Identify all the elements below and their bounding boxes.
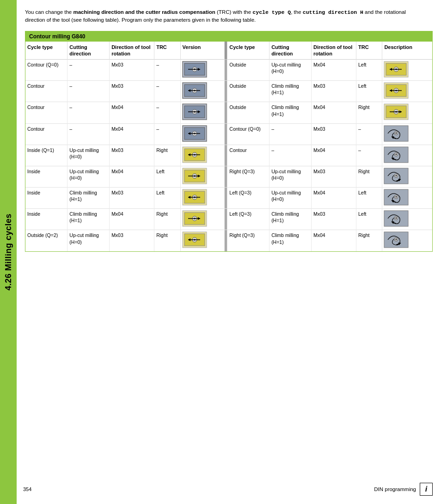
desc-diagram xyxy=(382,60,432,81)
col-header-trc-2: TRC xyxy=(356,42,382,60)
desc-diagram xyxy=(382,230,432,251)
col-header-tool-dir: Direction of tool rotation xyxy=(110,42,154,60)
table-row: Contour–Mx04–OutsideClimb milling (H=1)M… xyxy=(25,102,432,123)
table-row: Contour–Mx04–Contour (Q=0)–Mx03– xyxy=(25,123,432,145)
column-headers: Cycle type Cutting direction Direction o… xyxy=(25,42,432,60)
version-diagram xyxy=(180,102,225,123)
table-row: InsideUp-cut milling (H=0)Mx04LeftRight … xyxy=(25,166,432,187)
col-header-trc: TRC xyxy=(154,42,180,60)
version-diagram xyxy=(180,81,225,102)
table-row: Contour–Mx03–OutsideClimb milling (H=1)M… xyxy=(25,81,432,102)
desc-diagram xyxy=(382,145,432,166)
version-diagram xyxy=(180,166,225,187)
desc-diagram xyxy=(382,188,432,209)
col-header-version: Version xyxy=(180,42,225,60)
col-header-cycle-type-2: Cycle type xyxy=(227,42,270,60)
col-header-cutting-dir: Cutting direction xyxy=(67,42,110,60)
intro-paragraph: You can change the machining direction a… xyxy=(25,8,423,24)
svg-point-52 xyxy=(395,132,397,134)
table-row: Contour (Q=0)–Mx03–OutsideUp-cut milling… xyxy=(25,60,432,81)
svg-point-91 xyxy=(395,196,397,198)
col-header-tool-dir-2: Direction of tool rotation xyxy=(311,42,356,60)
table-row: InsideClimb milling (H=1)Mx04RightLeft (… xyxy=(25,209,432,230)
sidebar: 4.26 Milling cycles xyxy=(0,0,17,504)
desc-diagram xyxy=(382,209,432,230)
page-number: 354 xyxy=(23,486,31,492)
footer-right: DIN programming i xyxy=(374,483,433,496)
svg-point-104 xyxy=(395,217,397,219)
main-table: Contour milling G840 Cycle type Cutting … xyxy=(25,31,433,252)
footer-label: DIN programming xyxy=(374,486,416,492)
col-header-cycle-type: Cycle type xyxy=(25,42,67,60)
table-body: Contour (Q=0)–Mx03–OutsideUp-cut milling… xyxy=(25,60,432,251)
data-table: Cycle type Cutting direction Direction o… xyxy=(25,42,432,251)
svg-point-117 xyxy=(395,238,397,240)
version-diagram xyxy=(180,230,225,251)
info-icon: i xyxy=(420,483,433,496)
table-row: InsideClimb milling (H=1)Mx03LeftLeft (Q… xyxy=(25,188,432,209)
desc-diagram xyxy=(382,123,432,145)
col-header-description: Description xyxy=(382,42,432,60)
desc-diagram xyxy=(382,166,432,187)
col-header-cutting-dir-2: Cutting direction xyxy=(270,42,312,60)
table-row: Outside (Q=2)Up-cut milling (H=0)Mx03Rig… xyxy=(25,230,432,251)
version-diagram xyxy=(180,145,225,166)
desc-diagram xyxy=(382,81,432,102)
version-diagram xyxy=(180,123,225,145)
main-content: You can change the machining direction a… xyxy=(17,0,441,265)
table-row: Inside (Q=1)Up-cut milling (H=0)Mx03Righ… xyxy=(25,145,432,166)
version-diagram xyxy=(180,188,225,209)
version-diagram xyxy=(180,60,225,81)
sidebar-label: 4.26 Milling cycles xyxy=(4,213,13,291)
footer: 354 DIN programming i xyxy=(23,483,433,496)
svg-point-65 xyxy=(395,153,397,155)
table-header: Contour milling G840 xyxy=(25,31,432,42)
desc-diagram xyxy=(382,102,432,123)
version-diagram xyxy=(180,209,225,230)
svg-point-78 xyxy=(395,175,397,176)
